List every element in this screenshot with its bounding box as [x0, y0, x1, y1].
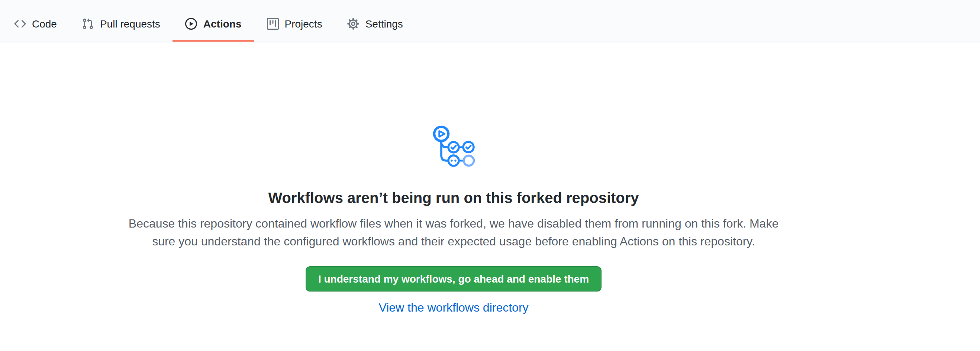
- git-pull-request-icon: [82, 17, 94, 29]
- blankslate: Workflows aren’t being run on this forke…: [0, 42, 907, 317]
- tab-actions[interactable]: Actions: [173, 0, 254, 42]
- tab-label: Settings: [366, 17, 403, 29]
- gear-icon: [348, 17, 360, 29]
- description-text: Because this repository contained workfl…: [0, 215, 907, 251]
- tab-code[interactable]: Code: [2, 0, 70, 42]
- description-line-1: Because this repository contained workfl…: [0, 215, 907, 233]
- page-title: Workflows aren’t being run on this forke…: [0, 187, 907, 209]
- actions-disabled-notice: Workflows aren’t being run on this forke…: [0, 42, 980, 317]
- tab-label: Actions: [204, 17, 242, 29]
- description-line-2: sure you understand the configured workf…: [0, 233, 907, 251]
- tab-settings[interactable]: Settings: [335, 0, 416, 42]
- project-icon: [267, 17, 279, 29]
- tab-label: Pull requests: [100, 17, 160, 29]
- tab-label: Code: [32, 17, 57, 29]
- view-workflows-directory-link[interactable]: View the workflows directory: [379, 301, 528, 314]
- code-icon: [14, 17, 26, 29]
- enable-workflows-button[interactable]: I understand my workflows, go ahead and …: [305, 266, 601, 292]
- link-row: View the workflows directory: [0, 299, 907, 317]
- repo-nav: Code Pull requests Actions: [0, 0, 980, 42]
- page: Code Pull requests Actions: [0, 0, 980, 351]
- tab-label: Projects: [285, 17, 322, 29]
- tab-pull-requests[interactable]: Pull requests: [70, 0, 173, 42]
- tab-projects[interactable]: Projects: [254, 0, 335, 42]
- play-icon: [186, 17, 197, 29]
- workflow-graphic-icon: [432, 124, 476, 169]
